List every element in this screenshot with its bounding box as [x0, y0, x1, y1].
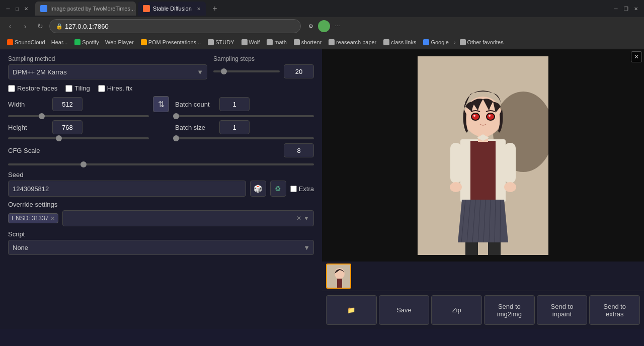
cfg-scale-slider[interactable]	[8, 163, 314, 165]
save-button[interactable]: Save	[379, 295, 430, 325]
extra-checkbox-input[interactable]	[290, 186, 297, 192]
bookmark-wolf[interactable]: Wolf	[238, 38, 263, 46]
seed-label-row: Seed	[8, 171, 314, 179]
svg-point-20	[473, 115, 475, 117]
svg-rect-12	[465, 242, 478, 255]
height-slider-container	[8, 137, 149, 139]
svg-rect-23	[505, 143, 516, 183]
restore-faces-checkbox[interactable]: Restore faces	[8, 84, 57, 92]
bookmark-math-label: math	[274, 39, 286, 45]
hires-fix-label: Hires. fix	[107, 84, 133, 92]
bookmark-shortenr[interactable]: shortenr	[291, 38, 325, 46]
batch-size-input[interactable]	[219, 120, 250, 134]
width-row: Width ⇅ Batch count	[8, 96, 314, 112]
sampling-method-select-wrapper: DPM++ 2M Karras ▼	[8, 64, 207, 79]
width-group: Width	[8, 97, 147, 111]
svg-point-24	[450, 182, 462, 192]
bookmark-math[interactable]: math	[264, 38, 289, 46]
close-btn[interactable]: ✕	[632, 5, 640, 13]
close-window-button[interactable]: ✕	[22, 5, 30, 13]
seed-dice-button[interactable]: 🎲	[250, 181, 266, 197]
bookmark-shortenr-label: shortenr	[301, 39, 321, 45]
restore-faces-label: Restore faces	[17, 84, 57, 92]
new-tab-button[interactable]: +	[208, 2, 222, 16]
refresh-button[interactable]: ↻	[34, 20, 46, 32]
send-to-extras-button[interactable]: Send to extras	[589, 295, 640, 325]
restore-faces-input[interactable]	[8, 85, 15, 92]
send-to-img2img-button[interactable]: Send to img2img	[484, 295, 535, 325]
batch-count-input[interactable]	[219, 97, 250, 111]
tab2-close[interactable]: ✕	[197, 6, 201, 12]
bookmark-classlinks[interactable]: class links	[380, 38, 419, 46]
batch-count-label: Batch count	[175, 101, 215, 108]
menu-icon[interactable]: ⋯	[332, 21, 342, 31]
minimize-btn[interactable]: ─	[612, 5, 620, 13]
extensions-icon[interactable]: ⚙	[306, 21, 316, 31]
width-slider-container	[8, 115, 149, 117]
script-select[interactable]: None	[8, 240, 314, 255]
profile-icon[interactable]	[318, 20, 330, 32]
override-row: ENSD: 31337 ✕ ✕ ▼	[8, 210, 314, 226]
batch-count-slider[interactable]	[173, 115, 314, 117]
height-slider[interactable]	[8, 137, 149, 139]
bookmark-soundcloud[interactable]: SoundCloud – Hear...	[4, 38, 70, 46]
bookmark-study[interactable]: STUDY	[205, 38, 237, 46]
tab-stable-diffusion[interactable]: Stable Diffusion ✕	[138, 2, 206, 16]
script-label-row: Script	[8, 230, 314, 238]
cfg-scale-label: CFG Scale	[8, 147, 48, 154]
sampling-steps-input[interactable]	[284, 64, 314, 78]
maximize-button[interactable]: □	[13, 5, 21, 13]
swap-dimensions-button[interactable]: ⇅	[153, 96, 169, 112]
save-label: Save	[396, 306, 412, 314]
override-settings-label: Override settings	[8, 201, 57, 208]
back-button[interactable]: ‹	[4, 20, 16, 32]
bookmark-pom[interactable]: POM Presentations...	[138, 38, 204, 46]
sampling-steps-label: Sampling steps	[213, 55, 314, 62]
override-tag-close[interactable]: ✕	[50, 215, 55, 222]
forward-button[interactable]: ›	[19, 20, 31, 32]
svg-rect-22	[450, 143, 461, 183]
address-bar: ‹ › ↻ 🔒 127.0.0.1:7860 ⚙ ⋯	[0, 17, 644, 35]
open-folder-button[interactable]: 📁	[326, 295, 377, 325]
tiling-checkbox[interactable]: Tiling	[65, 84, 90, 92]
sampling-steps-group: Sampling steps	[213, 55, 314, 80]
seed-label: Seed	[8, 171, 23, 179]
override-clear-button[interactable]: ✕	[296, 215, 301, 222]
main-content: Sampling method DPM++ 2M Karras ▼ Sampli…	[0, 49, 644, 329]
tab-image-posted[interactable]: Image posted by TwoMoreTimes... ✕	[35, 2, 136, 16]
send-to-inpaint-button[interactable]: Send to inpaint	[537, 295, 588, 325]
extra-checkbox[interactable]: Extra	[290, 185, 314, 193]
bookmark-spotify[interactable]: Spotify – Web Player	[71, 38, 137, 46]
zip-button[interactable]: Zip	[431, 295, 482, 325]
cfg-scale-slider-row	[8, 159, 314, 167]
sampling-steps-slider[interactable]	[213, 70, 280, 72]
batch-count-group: Batch count	[175, 97, 314, 111]
seed-recycle-button[interactable]: ♻	[270, 181, 286, 197]
height-input[interactable]	[52, 120, 83, 134]
svg-point-25	[504, 182, 516, 192]
sampling-method-select[interactable]: DPM++ 2M Karras	[8, 64, 207, 79]
script-select-wrapper: None ▼	[8, 240, 314, 255]
bookmarks-more[interactable]: ›	[454, 39, 456, 45]
extra-label: Extra	[299, 185, 314, 193]
thumbnail-0[interactable]	[326, 264, 351, 289]
hires-fix-input[interactable]	[98, 85, 105, 92]
override-input[interactable]: ✕ ▼	[62, 210, 314, 226]
image-close-button[interactable]: ✕	[631, 51, 642, 62]
batch-size-slider[interactable]	[173, 137, 314, 139]
sampling-steps-slider-row	[213, 64, 314, 78]
width-input[interactable]	[52, 97, 83, 111]
restore-btn[interactable]: ❐	[622, 5, 630, 13]
bookmark-otherfavorites[interactable]: Other favorites	[457, 38, 507, 46]
width-slider[interactable]	[8, 115, 149, 117]
url-box[interactable]: 🔒 127.0.0.1:7860	[49, 19, 301, 33]
tiling-input[interactable]	[65, 85, 72, 92]
cfg-scale-input[interactable]	[284, 143, 314, 157]
bookmark-research[interactable]: reasearch paper	[326, 38, 379, 46]
override-dropdown-arrow[interactable]: ▼	[303, 215, 309, 222]
hires-fix-checkbox[interactable]: Hires. fix	[98, 84, 133, 92]
minimize-button[interactable]: ─	[4, 5, 12, 13]
seed-input[interactable]	[8, 181, 246, 197]
batch-count-slider-container	[173, 115, 314, 117]
bookmark-google[interactable]: Google	[420, 38, 451, 46]
